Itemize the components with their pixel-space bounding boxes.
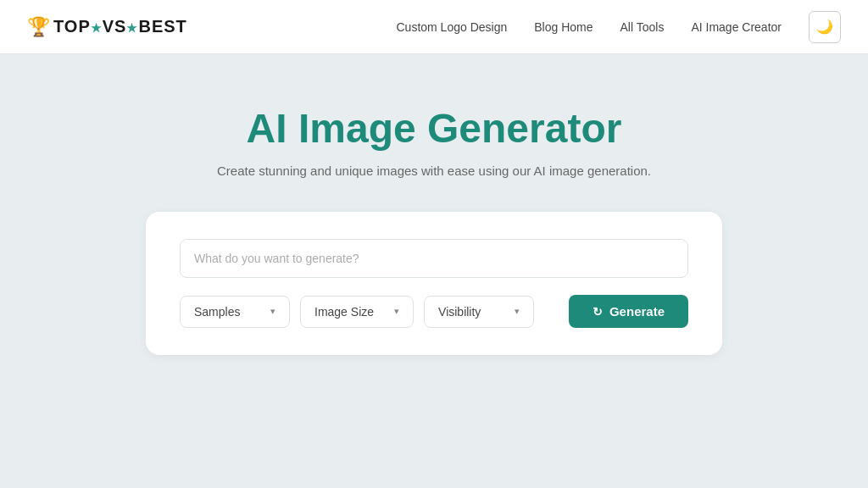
generator-card: Samples ▾ Image Size ▾ Visibility ▾ ↻ Ge… (146, 212, 722, 355)
samples-dropdown[interactable]: Samples ▾ (180, 296, 290, 328)
dark-mode-toggle[interactable]: 🌙 (809, 11, 841, 43)
visibility-chevron-icon: ▾ (515, 306, 520, 317)
ai-image-creator-link[interactable]: AI Image Creator (691, 20, 782, 34)
page-subtitle: Create stunning and unique images with e… (217, 164, 651, 178)
star1-icon: ★ (91, 21, 103, 35)
controls-row: Samples ▾ Image Size ▾ Visibility ▾ ↻ Ge… (180, 295, 688, 328)
moon-icon: 🌙 (816, 19, 833, 35)
generate-label: Generate (609, 304, 665, 319)
page-title: AI Image Generator (247, 105, 622, 152)
samples-chevron-icon: ▾ (270, 306, 275, 317)
header: 🏆 TOP★VS★BEST Custom Logo Design Blog Ho… (0, 0, 868, 54)
custom-logo-design-link[interactable]: Custom Logo Design (396, 20, 507, 34)
image-size-chevron-icon: ▾ (394, 306, 399, 317)
blog-home-link[interactable]: Blog Home (534, 20, 593, 34)
visibility-label: Visibility (438, 305, 481, 319)
all-tools-link[interactable]: All Tools (620, 20, 665, 34)
samples-label: Samples (194, 305, 240, 319)
prompt-input[interactable] (180, 239, 688, 278)
image-size-dropdown[interactable]: Image Size ▾ (300, 296, 414, 328)
nav: Custom Logo Design Blog Home All Tools A… (396, 11, 841, 43)
main-content: AI Image Generator Create stunning and u… (0, 54, 868, 355)
generate-button[interactable]: ↻ Generate (569, 295, 688, 328)
logo[interactable]: 🏆 TOP★VS★BEST (27, 16, 187, 38)
visibility-dropdown[interactable]: Visibility ▾ (424, 296, 534, 328)
refresh-icon: ↻ (593, 305, 603, 319)
logo-text: TOP★VS★BEST (53, 17, 187, 36)
image-size-label: Image Size (314, 305, 374, 319)
trophy-icon: 🏆 (27, 16, 50, 38)
star2-icon: ★ (126, 21, 138, 35)
